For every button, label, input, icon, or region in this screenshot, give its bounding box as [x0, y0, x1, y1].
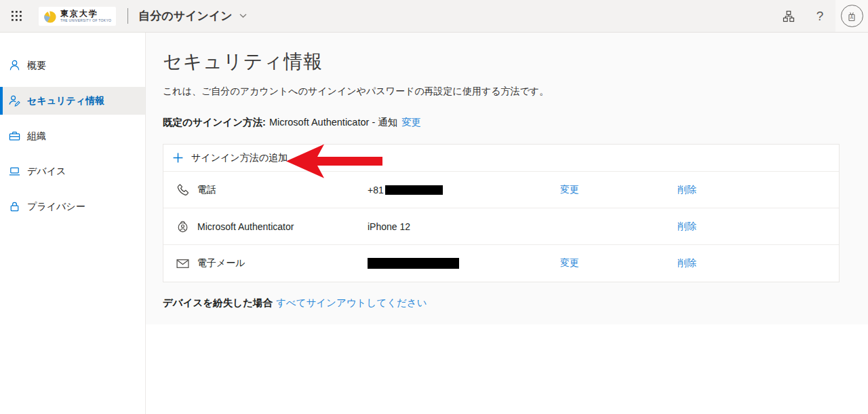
phone-prefix: +81 — [368, 185, 384, 195]
method-detail: +81 — [368, 185, 560, 195]
sign-out-all-link[interactable]: すべてサインアウトしてください — [276, 297, 427, 308]
page-title: セキュリティ情報 — [163, 33, 868, 75]
sidebar: 概要 セキュリティ情報 組織 — [0, 33, 146, 414]
security-info-section: セキュリティ情報 これは、ご自分のアカウントへのサインインやパスワードの再設定に… — [146, 33, 868, 324]
method-detail — [368, 258, 560, 269]
topbar-divider — [127, 8, 128, 24]
table-row-email: 電子メール 変更 削除 — [163, 245, 839, 282]
logo-name-en: THE UNIVERSITY OF TOKYO — [60, 19, 111, 22]
signin-methods-table: サインイン方法の追加 電話 +81 変更 削除 — [163, 144, 840, 282]
app-launcher-button[interactable] — [0, 0, 33, 32]
organization-button[interactable] — [773, 0, 804, 32]
sidebar-item-organization[interactable]: 組織 — [0, 122, 145, 150]
change-link[interactable]: 変更 — [560, 184, 677, 196]
default-signin-change-link[interactable]: 変更 — [401, 117, 421, 128]
logo-text: 東京大学 THE UNIVERSITY OF TOKYO — [60, 10, 111, 22]
table-row-phone: 電話 +81 変更 削除 — [163, 172, 839, 208]
sidebar-item-label: セキュリティ情報 — [27, 95, 104, 107]
app-title-label: 自分のサインイン — [138, 8, 232, 24]
svg-text:A: A — [850, 15, 854, 20]
plus-icon — [172, 152, 184, 164]
default-signin-value: Microsoft Authenticator - 通知 — [269, 117, 397, 128]
sidebar-item-label: デバイス — [27, 166, 66, 178]
page-body: 概要 セキュリティ情報 組織 — [0, 33, 868, 414]
help-icon: ? — [816, 9, 824, 24]
sidebar-item-security-info[interactable]: セキュリティ情報 — [0, 87, 145, 115]
sidebar-item-label: プライバシー — [27, 201, 85, 213]
table-row-authenticator: Microsoft Authenticator iPhone 12 削除 — [163, 208, 839, 245]
method-name: 電子メール — [197, 257, 368, 269]
add-signin-method-button[interactable]: サインイン方法の追加 — [163, 145, 839, 172]
method-name: 電話 — [197, 184, 368, 196]
default-signin-label: 既定のサインイン方法: — [163, 117, 266, 128]
change-link[interactable]: 変更 — [560, 257, 677, 269]
lost-device-line: デバイスを紛失した場合すべてサインアウトしてください — [163, 297, 868, 309]
sidebar-item-label: 組織 — [27, 130, 46, 143]
add-signin-method-label: サインイン方法の追加 — [191, 152, 288, 164]
sidebar-item-privacy[interactable]: プライバシー — [0, 193, 145, 221]
ginkgo-leaf-icon — [43, 10, 57, 23]
help-button[interactable]: ? — [804, 0, 835, 32]
page-description: これは、ご自分のアカウントへのサインインやパスワードの再設定に使用する方法です。 — [163, 86, 868, 98]
id-badge-icon: A — [846, 10, 858, 22]
delete-link[interactable]: 削除 — [677, 221, 839, 233]
university-logo[interactable]: 東京大学 THE UNIVERSITY OF TOKYO — [39, 7, 116, 26]
delete-link[interactable]: 削除 — [677, 257, 839, 269]
email-icon — [176, 257, 190, 271]
main-area: セキュリティ情報 これは、ご自分のアカウントへのサインインやパスワードの再設定に… — [146, 33, 868, 414]
delete-link[interactable]: 削除 — [677, 184, 839, 196]
org-chart-icon — [782, 10, 795, 23]
logo-name-jp: 東京大学 — [60, 10, 111, 18]
account-button[interactable]: A — [835, 0, 868, 32]
sidebar-item-overview[interactable]: 概要 — [0, 52, 145, 79]
lost-device-label: デバイスを紛失した場合 — [163, 297, 273, 308]
authenticator-icon — [176, 219, 190, 233]
method-detail: iPhone 12 — [368, 221, 560, 232]
default-signin-line: 既定のサインイン方法:Microsoft Authenticator - 通知変… — [163, 116, 868, 129]
method-name: Microsoft Authenticator — [197, 221, 368, 232]
waffle-icon — [12, 11, 22, 21]
redacted-email — [368, 258, 459, 269]
top-bar: 東京大学 THE UNIVERSITY OF TOKYO 自分のサインイン ? — [0, 0, 868, 33]
phone-icon — [176, 183, 190, 197]
person-edit-icon — [8, 94, 21, 107]
redacted-phone-number — [385, 185, 443, 195]
laptop-icon — [8, 165, 21, 178]
sidebar-item-devices[interactable]: デバイス — [0, 157, 145, 185]
lock-icon — [8, 200, 21, 213]
app-title-button[interactable]: 自分のサインイン — [138, 8, 246, 24]
briefcase-icon — [8, 130, 21, 143]
avatar: A — [841, 5, 863, 27]
sidebar-item-label: 概要 — [27, 60, 46, 72]
person-icon — [8, 59, 21, 72]
chevron-down-icon — [239, 14, 247, 18]
